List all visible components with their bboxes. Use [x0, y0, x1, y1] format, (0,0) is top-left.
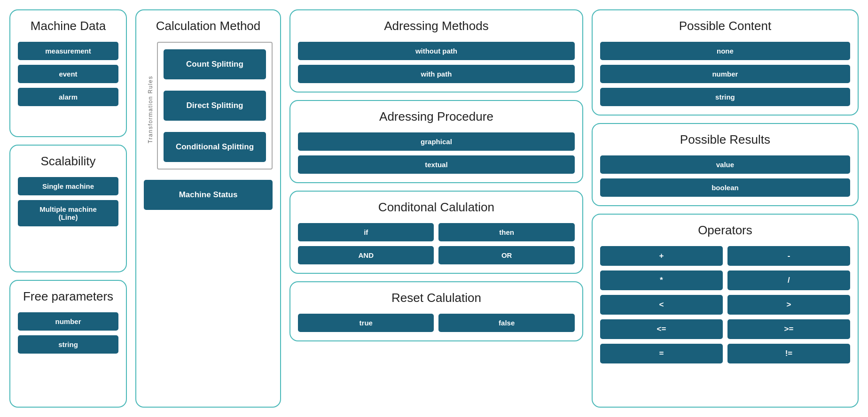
- left-column: Machine Data measurement event alarm Sca…: [9, 9, 127, 408]
- addressing-procedure-title: Adressing Procedure: [298, 109, 575, 124]
- btn-machine-status[interactable]: Machine Status: [144, 180, 273, 210]
- btn-string-content[interactable]: string: [600, 88, 850, 106]
- btn-string-param[interactable]: string: [18, 335, 118, 354]
- btn-multiple-machine[interactable]: Multiple machine (Line): [18, 200, 118, 226]
- btn-direct-splitting[interactable]: Direct Splitting: [164, 91, 266, 121]
- operators-panel: Operators + - * / < > <= >= = !=: [592, 214, 859, 408]
- btn-alarm[interactable]: alarm: [18, 88, 118, 106]
- operators-title: Operators: [600, 223, 850, 238]
- conditional-calc-title: Conditonal Calulation: [298, 200, 575, 215]
- btn-without-path[interactable]: without path: [298, 42, 575, 60]
- btn-not-equals[interactable]: !=: [727, 344, 850, 363]
- btn-equals[interactable]: =: [600, 344, 723, 363]
- possible-content-title: Possible Content: [600, 19, 850, 33]
- calc-method-title: Calculation Method: [144, 19, 273, 33]
- operators-grid: + - * / < > <= >= = !=: [600, 246, 850, 363]
- btn-none[interactable]: none: [600, 42, 850, 60]
- addressing-methods-panel: Adressing Methods without path with path: [289, 9, 583, 93]
- btn-graphical[interactable]: graphical: [298, 132, 575, 151]
- reset-calc-panel: Reset Calulation true false: [289, 281, 583, 341]
- btn-less-than[interactable]: <: [600, 295, 723, 315]
- btn-multiply[interactable]: *: [600, 270, 723, 290]
- btn-minus[interactable]: -: [727, 246, 850, 266]
- conditional-calc-grid: if then AND OR: [298, 223, 575, 264]
- free-params-panel: Free parameters number string: [9, 280, 127, 408]
- possible-content-panel: Possible Content none number string: [592, 9, 859, 116]
- scalability-title: Scalability: [18, 154, 118, 169]
- transformation-rules-label: Transformation Rules: [147, 76, 154, 143]
- machine-data-title: Machine Data: [18, 19, 118, 33]
- conditional-calc-panel: Conditonal Calulation if then AND OR: [289, 191, 583, 274]
- btn-false[interactable]: false: [438, 314, 574, 332]
- btn-true[interactable]: true: [298, 314, 434, 332]
- scalability-panel: Scalability Single machine Multiple mach…: [9, 145, 127, 272]
- right-area: Adressing Methods without path with path…: [289, 9, 859, 408]
- btn-less-equal[interactable]: <=: [600, 319, 723, 339]
- btn-if[interactable]: if: [298, 223, 434, 241]
- addressing-procedure-panel: Adressing Procedure graphical textual: [289, 100, 583, 183]
- btn-with-path[interactable]: with path: [298, 65, 575, 83]
- calc-method-panel: Calculation Method Transformation Rules …: [135, 9, 281, 408]
- btn-boolean[interactable]: boolean: [600, 178, 850, 197]
- btn-number-param[interactable]: number: [18, 312, 118, 331]
- btn-single-machine[interactable]: Single machine: [18, 177, 118, 195]
- addressing-column: Adressing Methods without path with path…: [289, 9, 583, 408]
- free-params-title: Free parameters: [18, 289, 118, 304]
- btn-value[interactable]: value: [600, 155, 850, 174]
- reset-calc-grid: true false: [298, 314, 575, 332]
- btn-divide[interactable]: /: [727, 270, 850, 290]
- btn-and[interactable]: AND: [298, 246, 434, 264]
- machine-data-panel: Machine Data measurement event alarm: [9, 9, 127, 137]
- main-container: Machine Data measurement event alarm Sca…: [9, 9, 859, 408]
- transformation-label-col: Transformation Rules: [144, 42, 157, 177]
- btn-textual[interactable]: textual: [298, 155, 575, 174]
- reset-calc-title: Reset Calulation: [298, 291, 575, 305]
- transformation-rules-wrapper: Transformation Rules Count Splitting Dir…: [144, 42, 273, 177]
- btn-or[interactable]: OR: [438, 246, 574, 264]
- btn-number-content[interactable]: number: [600, 65, 850, 83]
- btn-event[interactable]: event: [18, 65, 118, 83]
- btn-greater-equal[interactable]: >=: [727, 319, 850, 339]
- btn-plus[interactable]: +: [600, 246, 723, 266]
- possible-results-title: Possible Results: [600, 132, 850, 147]
- btn-count-splitting[interactable]: Count Splitting: [164, 49, 266, 79]
- btn-greater-than[interactable]: >: [727, 295, 850, 315]
- possible-results-panel: Possible Results value boolean: [592, 123, 859, 206]
- btn-then[interactable]: then: [438, 223, 574, 241]
- btn-conditional-splitting[interactable]: Conditional Splitting: [164, 132, 266, 162]
- btn-measurement[interactable]: measurement: [18, 42, 118, 60]
- possible-column: Possible Content none number string Poss…: [592, 9, 859, 408]
- addressing-methods-title: Adressing Methods: [298, 19, 575, 33]
- transformation-rules-box: Count Splitting Direct Splitting Conditi…: [157, 42, 273, 170]
